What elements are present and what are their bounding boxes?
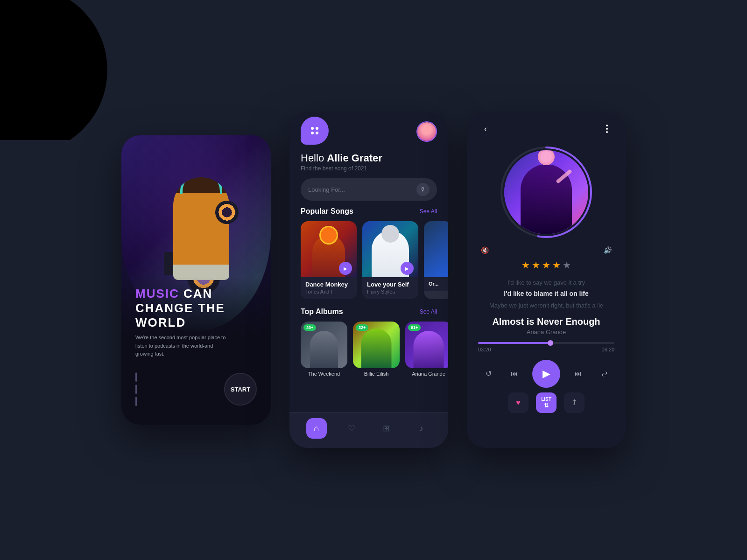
song-card-1[interactable]: ▶ Dance Monkey Tones And I bbox=[301, 221, 357, 299]
lyric-line-1: I'd like to say we gave it a try bbox=[481, 277, 612, 288]
song-card-info-1: Dance Monkey Tones And I bbox=[301, 277, 357, 299]
song-name-2: Love your Self bbox=[367, 281, 414, 288]
top-albums-see-all[interactable]: See All bbox=[420, 308, 437, 315]
greeting-prefix: Hello bbox=[301, 152, 327, 164]
album-art-ring bbox=[500, 146, 593, 239]
greeting-subtitle: Find the best song of 2021 bbox=[301, 165, 437, 172]
song-artist-1: Tones And I bbox=[305, 289, 352, 294]
greeting-text: Hello Allie Grater bbox=[301, 152, 437, 164]
top-albums-title: Top Albums bbox=[301, 308, 343, 316]
mic-icon[interactable]: 🎙 bbox=[416, 183, 430, 196]
screen1-content: MUSIC CAN CHANGE THE WORLD We're the sec… bbox=[121, 277, 271, 425]
list-button[interactable]: LIST ⇅ bbox=[536, 392, 557, 413]
lyrics-display: I'd like to say we gave it a try I'd lik… bbox=[467, 277, 626, 311]
popular-songs-title: Popular Songs bbox=[301, 207, 353, 216]
dj-figure bbox=[150, 149, 253, 299]
song-name-1: Dance Monkey bbox=[305, 281, 352, 288]
play-button-song-1[interactable]: ▶ bbox=[339, 262, 352, 275]
main-controls: ↺ ⏮ ▶ ⏭ ⇄ bbox=[467, 360, 626, 388]
album-art bbox=[504, 150, 588, 234]
album-card-3[interactable]: 61+ Ariana Grande bbox=[405, 322, 448, 377]
star-5: ★ bbox=[563, 259, 571, 271]
svg-point-1 bbox=[0, 23, 70, 117]
track-title: Almost is Never Enough bbox=[476, 316, 616, 327]
album-card-1[interactable]: 20+ The Weekend bbox=[301, 322, 347, 377]
back-button[interactable]: ‹ bbox=[478, 121, 493, 136]
favorite-button[interactable]: ♥ bbox=[508, 392, 529, 413]
song-card-info-3: Or... bbox=[424, 277, 448, 291]
song-card-img-3 bbox=[424, 221, 448, 277]
screen1-tagline: MUSIC CAN CHANGE THE WORLD bbox=[135, 287, 257, 330]
more-dot-3 bbox=[606, 131, 608, 133]
screens-container: MUSIC CAN CHANGE THE WORLD We're the sec… bbox=[121, 112, 626, 448]
prev-button[interactable]: ⏮ bbox=[506, 365, 523, 382]
logo-dot-4 bbox=[316, 132, 318, 134]
popular-songs-header: Popular Songs See All bbox=[289, 207, 448, 216]
repeat-button[interactable]: ↺ bbox=[480, 365, 497, 382]
more-dot-1 bbox=[606, 125, 608, 126]
progress-handle[interactable] bbox=[548, 340, 553, 346]
song-card-2[interactable]: ▶ Love your Self Harry Styles bbox=[362, 221, 418, 299]
track-info: Almost is Never Enough Ariana Grande bbox=[467, 316, 626, 336]
album-card-2[interactable]: 32+ Billie Eilish bbox=[353, 322, 400, 377]
share-button[interactable]: ⤴ bbox=[564, 392, 585, 413]
nav-home[interactable]: ⌂ bbox=[306, 418, 327, 439]
logo-dot-1 bbox=[311, 127, 314, 130]
logo-dots bbox=[311, 127, 318, 134]
screen1-bottom: START bbox=[135, 372, 257, 406]
more-options-button[interactable] bbox=[599, 121, 614, 136]
user-avatar[interactable] bbox=[416, 121, 437, 142]
album-name-2: Billie Eilish bbox=[353, 371, 400, 377]
search-placeholder: Looking For... bbox=[308, 186, 412, 193]
popular-songs-see-all[interactable]: See All bbox=[420, 208, 437, 215]
progress-bar-container[interactable] bbox=[467, 342, 626, 344]
list-arrows-icon: ⇅ bbox=[544, 402, 549, 409]
extra-controls: ♥ LIST ⇅ ⤴ bbox=[467, 392, 626, 422]
nav-favorites[interactable]: ♡ bbox=[341, 418, 362, 439]
rating-stars: ★ ★ ★ ★ ★ bbox=[467, 259, 626, 271]
svg-point-3 bbox=[0, 0, 107, 140]
screen2-header bbox=[289, 112, 448, 145]
dot-2 bbox=[135, 385, 137, 394]
next-button[interactable]: ⏭ bbox=[570, 365, 586, 382]
screen1-highlight: MUSIC bbox=[135, 287, 179, 301]
shuffle-button[interactable]: ⇄ bbox=[596, 365, 613, 382]
star-4: ★ bbox=[552, 259, 561, 271]
album-img-2: 32+ bbox=[353, 322, 400, 368]
bottom-navigation: ⌂ ♡ ⊞ ♪ bbox=[289, 412, 448, 448]
time-row: 03:20 06:20 bbox=[467, 347, 626, 352]
lyric-line-3: Maybe we just weren't right, but that's … bbox=[481, 300, 612, 311]
nav-browse[interactable]: ⊞ bbox=[376, 418, 397, 439]
dot-3 bbox=[135, 397, 137, 406]
progress-bar-track[interactable] bbox=[478, 342, 614, 344]
total-time: 06:20 bbox=[601, 347, 614, 352]
nav-music[interactable]: ♪ bbox=[411, 418, 432, 439]
album-badge-3: 61+ bbox=[408, 324, 421, 331]
progress-bar-fill bbox=[478, 342, 550, 344]
dot-1 bbox=[135, 372, 137, 382]
pagination-dots bbox=[135, 372, 137, 406]
album-img-3: 61+ bbox=[405, 322, 448, 368]
svg-point-2 bbox=[0, 5, 89, 135]
screen1-subtitle: We're the second most popular place to l… bbox=[135, 334, 229, 358]
album-badge-2: 32+ bbox=[356, 324, 368, 331]
current-time: 03:20 bbox=[478, 347, 491, 352]
play-pause-button[interactable]: ▶ bbox=[532, 360, 560, 388]
volume-on-icon[interactable]: 🔊 bbox=[604, 246, 612, 254]
top-albums-header: Top Albums See All bbox=[289, 308, 448, 316]
play-button-song-2[interactable]: ▶ bbox=[401, 262, 414, 275]
songs-scroll: ▶ Dance Monkey Tones And I ▶ Love your S… bbox=[289, 221, 448, 299]
avatar-image bbox=[417, 122, 436, 141]
song-name-3: Or... bbox=[429, 281, 447, 287]
album-img-1: 20+ bbox=[301, 322, 347, 368]
search-bar[interactable]: Looking For... 🎙 bbox=[301, 178, 437, 201]
logo-dot-3 bbox=[311, 132, 314, 134]
song-card-3[interactable]: Or... bbox=[424, 221, 448, 299]
start-button[interactable]: START bbox=[224, 373, 257, 406]
app-logo bbox=[301, 117, 329, 145]
screen1: MUSIC CAN CHANGE THE WORLD We're the sec… bbox=[121, 135, 271, 425]
album-name-3: Ariana Grande bbox=[405, 371, 448, 377]
lyric-line-2: I'd like to blame it all on life bbox=[481, 288, 612, 300]
list-label: LIST bbox=[541, 397, 551, 402]
volume-off-icon[interactable]: 🔇 bbox=[481, 246, 489, 254]
